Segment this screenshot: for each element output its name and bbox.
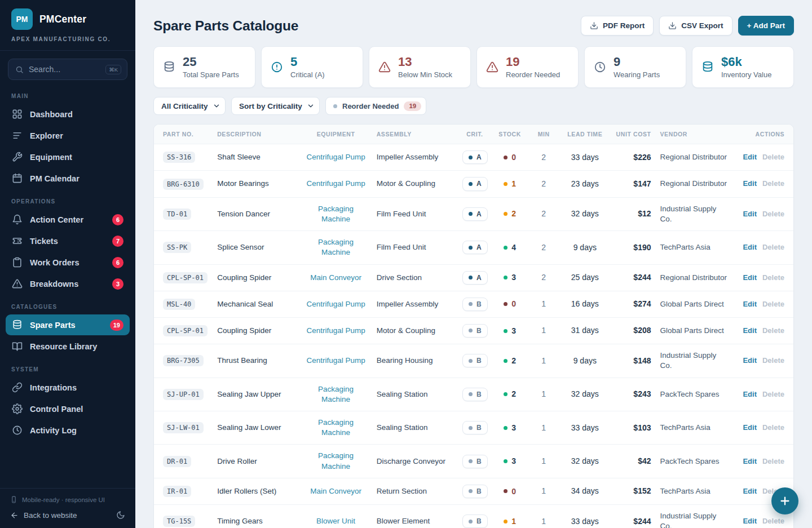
sidebar-item-spare-parts[interactable]: Spare Parts19 — [6, 314, 130, 335]
sidebar-item-tickets[interactable]: Tickets7 — [6, 230, 130, 251]
edit-link[interactable]: Edit — [743, 243, 757, 251]
equipment-link[interactable]: Main Conveyor — [310, 487, 361, 495]
sidebar-item-pm-calendar[interactable]: PM Calendar — [6, 168, 130, 189]
sidebar-item-work-orders[interactable]: Work Orders6 — [6, 252, 130, 273]
sidebar-item-equipment[interactable]: Equipment — [6, 147, 130, 167]
edit-link[interactable]: Edit — [743, 423, 757, 432]
edit-link[interactable]: Edit — [743, 326, 757, 335]
vendor-name: Industrial Supply Co. — [660, 351, 717, 370]
equipment-link[interactable]: Centrifugal Pump — [306, 300, 365, 308]
delete-link[interactable]: Delete — [762, 326, 784, 335]
reorder-needed-toggle-chip[interactable]: Reorder Needed 19 — [325, 97, 426, 115]
edit-link[interactable]: Edit — [743, 153, 757, 161]
part-number: DR-01 — [163, 456, 191, 467]
table-row: SJ-LW-01Sealing Jaw LowerPackaging Machi… — [154, 411, 793, 444]
sidebar-item-action-center[interactable]: Action Center6 — [6, 209, 130, 230]
stat-label: Total Spare Parts — [183, 70, 239, 79]
delete-link[interactable]: Delete — [762, 273, 784, 282]
add-part-button[interactable]: + Add Part — [738, 16, 794, 36]
delete-link[interactable]: Delete — [762, 243, 784, 251]
table-header-row: PART NO.DESCRIPTIONEQUIPMENTASSEMBLYCRIT… — [154, 125, 793, 144]
cell-stock: 2 — [492, 344, 528, 378]
database-icon — [701, 61, 714, 73]
delete-link[interactable]: Delete — [762, 210, 784, 218]
floating-add-button[interactable] — [771, 487, 798, 514]
delete-link[interactable]: Delete — [762, 517, 784, 525]
equipment-link[interactable]: Centrifugal Pump — [306, 356, 365, 365]
edit-link[interactable]: Edit — [743, 356, 757, 365]
criticality-letter: B — [476, 356, 482, 365]
edit-link[interactable]: Edit — [743, 487, 757, 495]
edit-link[interactable]: Edit — [743, 300, 757, 308]
edit-link[interactable]: Edit — [743, 517, 757, 525]
edit-link[interactable]: Edit — [743, 390, 757, 398]
sidebar-item-control-panel[interactable]: Control Panel — [6, 398, 130, 419]
sidebar-item-activity-log[interactable]: Activity Log — [6, 420, 130, 441]
equipment-link[interactable]: Packaging Machine — [318, 451, 354, 470]
stat-card-inventory-value: $6kInventory Value — [692, 46, 794, 88]
pdf-report-button[interactable]: PDF Report — [581, 16, 654, 36]
equipment-link[interactable]: Packaging Machine — [318, 385, 354, 403]
stat-card-reorder-needed: 19Reorder Needed — [476, 46, 579, 88]
table-row: IR-01Idler Rollers (Set)Main ConveyorRet… — [154, 478, 793, 504]
unit-cost-value: $244 — [633, 517, 651, 526]
delete-link[interactable]: Delete — [762, 390, 784, 398]
edit-link[interactable]: Edit — [743, 457, 757, 465]
back-to-website-link[interactable]: Back to website — [24, 511, 77, 520]
search-input[interactable] — [29, 65, 100, 74]
delete-link[interactable]: Delete — [762, 300, 784, 308]
cell-lead-time: 16 days — [559, 291, 610, 317]
edit-link[interactable]: Edit — [743, 210, 757, 218]
sidebar-item-explorer[interactable]: Explorer — [6, 125, 130, 146]
cell-criticality: B — [458, 505, 492, 528]
sort-select[interactable]: Sort by Criticality — [231, 97, 320, 115]
stat-text: 19Reorder Needed — [506, 55, 560, 79]
stock-dot — [504, 246, 508, 250]
dark-mode-toggle-moon-icon[interactable] — [116, 511, 125, 520]
stock-dot — [504, 489, 508, 493]
sidebar-item-integrations[interactable]: Integrations — [6, 377, 130, 398]
equipment-link[interactable]: Centrifugal Pump — [306, 153, 365, 161]
criticality-letter: B — [476, 517, 482, 526]
cell-description: Sealing Jaw Lower — [213, 411, 299, 444]
sidebar-item-breakdowns[interactable]: Breakdowns3 — [6, 273, 130, 294]
equipment-link[interactable]: Packaging Machine — [318, 418, 354, 437]
equipment-link[interactable]: Packaging Machine — [318, 238, 354, 256]
cell-assembly: Blower Element — [372, 505, 458, 528]
sidebar-item-dashboard[interactable]: Dashboard — [6, 104, 130, 125]
cell-description: Idler Rollers (Set) — [213, 478, 299, 504]
part-description: Thrust Bearing — [217, 356, 267, 365]
equipment-link[interactable]: Packaging Machine — [318, 205, 354, 223]
delete-link[interactable]: Delete — [762, 153, 784, 161]
delete-link[interactable]: Delete — [762, 179, 784, 188]
part-number: IR-01 — [163, 486, 191, 497]
criticality-dot — [469, 329, 473, 332]
criticality-dot — [469, 520, 473, 523]
cell-actions: EditDelete — [735, 411, 793, 444]
criticality-select[interactable]: All Criticality — [153, 97, 226, 115]
stat-text: 5Critical (A) — [290, 55, 325, 79]
stat-card-critical-a: 5Critical (A) — [261, 46, 363, 88]
sidebar-item-resource-library[interactable]: Resource Library — [6, 336, 130, 357]
cell-assembly: Film Feed Unit — [372, 231, 458, 264]
equipment-link[interactable]: Centrifugal Pump — [306, 179, 365, 188]
equipment-link[interactable]: Blower Unit — [316, 517, 355, 525]
cell-assembly: Motor & Coupling — [372, 317, 458, 344]
cell-stock: 0 — [492, 478, 528, 504]
equipment-link[interactable]: Main Conveyor — [310, 273, 361, 282]
cell-vendor: Regional Distributor — [656, 171, 735, 197]
stock-value: 2 — [511, 208, 516, 219]
edit-link[interactable]: Edit — [743, 179, 757, 188]
csv-export-button[interactable]: CSV Export — [659, 16, 732, 36]
delete-link[interactable]: Delete — [762, 356, 784, 365]
cell-stock: 3 — [492, 411, 528, 444]
reorder-count-badge: 19 — [404, 101, 421, 111]
lead-time-value: 33 days — [571, 153, 599, 162]
edit-link[interactable]: Edit — [743, 273, 757, 282]
cell-description: Sealing Jaw Upper — [213, 378, 299, 411]
delete-link[interactable]: Delete — [762, 457, 784, 465]
cell-criticality: B — [458, 344, 492, 378]
delete-link[interactable]: Delete — [762, 423, 784, 432]
equipment-link[interactable]: Centrifugal Pump — [306, 326, 365, 335]
cell-criticality: A — [458, 231, 492, 264]
